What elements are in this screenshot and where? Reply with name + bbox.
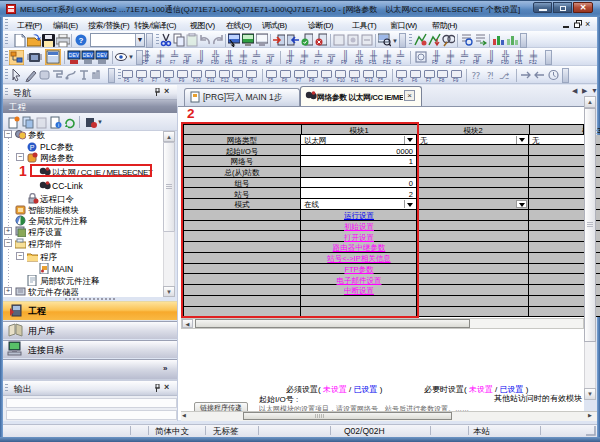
svg-text:DEV: DEV	[83, 52, 94, 58]
svg-text:⎇: ⎇	[499, 71, 510, 81]
svg-text:?: ?	[79, 36, 84, 45]
svg-text:i: i	[58, 122, 59, 128]
svg-text:⁇: ⁇	[472, 71, 480, 81]
svg-text:⁈: ⁈	[487, 71, 494, 81]
svg-text:DEV: DEV	[97, 52, 108, 58]
svg-text:P: P	[30, 144, 35, 151]
svg-text:DEV: DEV	[69, 52, 80, 58]
